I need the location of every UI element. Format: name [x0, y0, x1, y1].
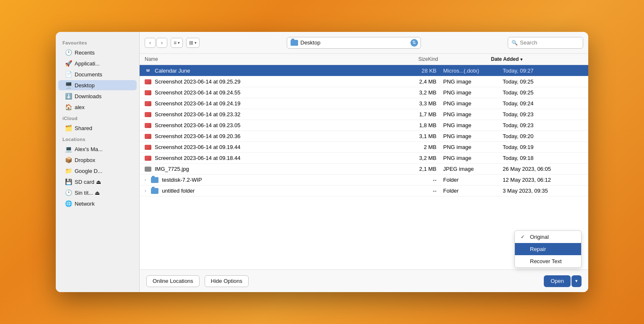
file-name: untitled folder	[162, 188, 195, 194]
back-button[interactable]: ‹	[145, 38, 156, 48]
sidebar-item-label-sdcard: SD card ⏏	[75, 179, 101, 185]
sidebar-item-recents[interactable]: 🕐 Recents	[58, 47, 137, 57]
col-header-date-label: Date Added	[491, 56, 519, 62]
file-kind: Folder	[436, 188, 499, 194]
col-header-date[interactable]: Date Added ▾	[491, 56, 575, 62]
dropdown-item-label-repair: Repair	[530, 246, 546, 252]
sidebar-item-shared[interactable]: 🗂️ Shared	[58, 123, 137, 133]
file-size: 3,3 MB	[395, 100, 436, 107]
documents-icon: 📄	[65, 71, 72, 78]
file-name: Screenshot 2023-06-14 at 09.18.44	[155, 155, 241, 161]
sidebar-item-googled[interactable]: 📁 Google D...	[58, 166, 137, 176]
grid-view-button[interactable]: ⊞ ▾	[186, 38, 200, 48]
sidebar-item-label-documents: Documents	[75, 71, 102, 78]
network-icon: 🌐	[65, 200, 72, 207]
table-row[interactable]: › untitled folder -- Folder 3 May 2023, …	[140, 186, 588, 196]
file-name-cell: Screenshot 2023-06-14 at 09.24.55	[145, 89, 395, 96]
open-button[interactable]: Open	[544, 275, 571, 287]
search-input[interactable]	[520, 39, 579, 46]
main-content: ‹ › ≡ ▾ ⊞ ▾ Desktop ⇅	[140, 32, 588, 292]
png-icon	[145, 90, 151, 95]
table-row[interactable]: Screenshot 2023-06-14 at 09.18.44 3,2 MB…	[140, 153, 588, 164]
file-size: 28 KB	[395, 68, 436, 74]
list-view-chevron: ▾	[178, 41, 180, 45]
sidebar-item-dropbox[interactable]: 📦 Dropbox	[58, 155, 137, 165]
file-name-cell: Screenshot 2023-06-14 at 09.24.19	[145, 100, 395, 107]
sidebar-item-applications[interactable]: 🚀 Applicati...	[58, 58, 137, 68]
png-icon	[145, 101, 151, 106]
col-header-kind[interactable]: Kind	[428, 56, 491, 62]
table-row[interactable]: Screenshot 2023-06-14 at 09.23.05 1,8 MB…	[140, 120, 588, 131]
forward-button[interactable]: ›	[156, 38, 167, 48]
word-icon: W	[145, 67, 151, 74]
file-date: Today, 09:19	[499, 144, 583, 150]
file-size: 3,2 MB	[395, 89, 436, 96]
sidebar-item-sintit[interactable]: 🕐 Sin tít... ⏏	[58, 188, 137, 198]
file-date: Today, 09:23	[499, 111, 583, 118]
table-row[interactable]: › testdisk-7.2-WIP -- Folder 12 May 2023…	[140, 175, 588, 186]
recents-icon: 🕐	[65, 49, 72, 56]
sidebar-item-label-shared: Shared	[75, 125, 92, 131]
col-header-name[interactable]: Name	[145, 56, 386, 62]
file-date: Today, 09:18	[499, 155, 583, 161]
png-icon	[145, 134, 151, 139]
online-locations-button[interactable]: Online Locations	[146, 275, 200, 287]
location-arrow-button[interactable]: ⇅	[410, 39, 418, 47]
table-row[interactable]: Screenshot 2023-06-14 at 09.24.55 3,2 MB…	[140, 87, 588, 98]
table-row[interactable]: Screenshot 2023-06-14 at 09.25.29 2,4 MB…	[140, 76, 588, 87]
search-icon: 🔍	[512, 40, 518, 46]
table-row[interactable]: Screenshot 2023-06-14 at 09.24.19 3,3 MB…	[140, 98, 588, 109]
dropdown-item-original[interactable]: ✓ Original	[515, 231, 581, 243]
dropbox-icon: 📦	[65, 157, 72, 163]
file-list-header: Name Size Kind Date Added ▾	[140, 54, 588, 65]
table-row[interactable]: IMG_7725.jpg 2,1 MB JPEG image 26 May 20…	[140, 164, 588, 175]
sidebar-item-label-desktop: Desktop	[75, 82, 95, 89]
file-date: Today, 09:20	[499, 133, 583, 139]
png-icon	[145, 156, 151, 161]
sidebar-item-label-downloads: Downloads	[75, 93, 101, 99]
file-kind: PNG image	[436, 100, 499, 107]
file-name-cell: › untitled folder	[145, 188, 395, 194]
file-kind: JPEG image	[436, 166, 499, 172]
file-kind: PNG image	[436, 78, 499, 85]
file-name-cell: W Calendar June	[145, 67, 395, 74]
table-row[interactable]: Screenshot 2023-06-14 at 09.19.44 2 MB P…	[140, 142, 588, 153]
googled-icon: 📁	[65, 167, 72, 174]
sidebar-item-documents[interactable]: 📄 Documents	[58, 69, 137, 79]
grid-view-chevron: ▾	[195, 41, 197, 45]
file-name-cell: Screenshot 2023-06-14 at 09.23.32	[145, 111, 395, 118]
sidebar-item-label-dropbox: Dropbox	[75, 157, 95, 163]
folder-expand-arrow: ›	[145, 178, 146, 182]
sidebar-item-downloads[interactable]: ⬇️ Downloads	[58, 91, 137, 101]
list-view-button[interactable]: ≡ ▾	[171, 38, 183, 48]
table-row[interactable]: W Calendar June 28 KB Micros...(.dotx) T…	[140, 65, 588, 76]
hide-options-button[interactable]: Hide Options	[205, 275, 249, 287]
file-size: 1,8 MB	[395, 122, 436, 128]
dropdown-item-repair[interactable]: Repair	[515, 243, 581, 255]
sidebar-item-label-network: Network	[75, 201, 95, 207]
dropdown-item-recover-text[interactable]: Recover Text	[515, 255, 581, 267]
open-dropdown-button[interactable]: ▾	[571, 275, 582, 287]
table-row[interactable]: Screenshot 2023-06-14 at 09.20.36 3,1 MB…	[140, 131, 588, 142]
folder-icon	[151, 188, 158, 194]
sdcard-icon: 💾	[65, 178, 72, 185]
sidebar-item-label-alexma: Alex's Ma...	[75, 146, 103, 152]
search-bar[interactable]: 🔍	[508, 37, 583, 49]
file-name: Screenshot 2023-06-14 at 09.20.36	[155, 133, 241, 139]
sidebar-item-sdcard[interactable]: 💾 SD card ⏏	[58, 177, 137, 187]
file-size: 2,4 MB	[395, 78, 436, 85]
file-size: --	[395, 188, 436, 194]
table-row[interactable]: Screenshot 2023-06-14 at 09.23.32 1,7 MB…	[140, 109, 588, 120]
file-name-cell: Screenshot 2023-06-14 at 09.20.36	[145, 133, 395, 139]
sidebar-item-alex[interactable]: 🏠 alex	[58, 102, 137, 112]
file-name-cell: IMG_7725.jpg	[145, 166, 395, 172]
sidebar-item-network[interactable]: 🌐 Network	[58, 199, 137, 209]
col-header-date-chevron: ▾	[520, 57, 522, 62]
location-bar[interactable]: Desktop ⇅	[287, 37, 421, 49]
col-header-size[interactable]: Size	[386, 56, 428, 62]
sidebar-item-desktop[interactable]: 🖥️ Desktop	[58, 80, 137, 90]
sidebar-item-alexma[interactable]: 💻 Alex's Ma...	[58, 144, 137, 154]
sidebar: Favourites 🕐 Recents 🚀 Applicati... 📄 Do…	[56, 32, 140, 292]
list-view-icon: ≡	[174, 40, 177, 46]
file-date: Today, 09:24	[499, 100, 583, 107]
